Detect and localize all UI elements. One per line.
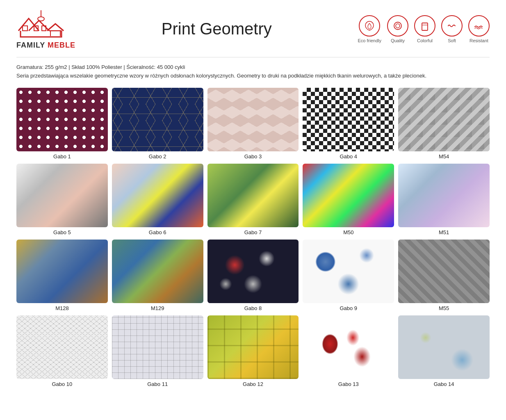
fabric-item-gabo7[interactable]: Gabo 7	[207, 164, 299, 235]
fabric-item-gabo8[interactable]: Gabo 8	[207, 240, 299, 311]
badge-resistant: Resistant	[468, 15, 490, 43]
fabric-label-gabo1: Gabo 1	[53, 153, 71, 160]
badge-label-colorful: Colorful	[417, 38, 433, 43]
header-divider	[16, 57, 490, 57]
fabric-swatch-gabo2	[112, 88, 203, 151]
fabric-label-gabo8: Gabo 8	[244, 305, 262, 311]
description-line1: Gramatura: 255 g/m2 | Skład 100% Poliest…	[16, 63, 490, 72]
fabric-swatch-gabo11	[112, 315, 203, 379]
fabric-swatch-gabo8	[207, 240, 299, 303]
fabric-swatch-m55	[398, 240, 490, 303]
badge-soft: Soft	[441, 15, 463, 43]
fabric-label-gabo6: Gabo 6	[149, 229, 166, 235]
fabric-swatch-gabo1	[16, 88, 108, 151]
badge-icon-quality	[387, 15, 408, 37]
svg-rect-0	[23, 26, 27, 31]
fabric-label-gabo12: Gabo 12	[243, 381, 263, 387]
fabric-swatch-gabo13	[303, 315, 394, 379]
fabric-item-gabo14[interactable]: Gabo 14	[398, 315, 490, 387]
fabric-swatch-m50	[303, 164, 394, 227]
fabric-grid: Gabo 1 Gabo 2 Gabo 3 Gabo 4 M54 Gabo 5 G…	[16, 88, 490, 387]
fabric-label-m54: M54	[439, 153, 449, 160]
logo-family: FAMILY	[16, 41, 45, 49]
fabric-item-m128[interactable]: M128	[16, 240, 108, 311]
badges-area: Eco friendly Quality Colorful Soft Resis…	[358, 15, 490, 43]
fabric-item-gabo11[interactable]: Gabo 11	[112, 315, 203, 387]
fabric-swatch-gabo14	[398, 315, 490, 379]
fabric-label-m50: M50	[343, 229, 353, 235]
fabric-swatch-gabo7	[207, 164, 299, 227]
fabric-label-gabo3: Gabo 3	[244, 153, 262, 160]
svg-point-7	[38, 17, 44, 21]
fabric-item-gabo1[interactable]: Gabo 1	[16, 88, 108, 160]
fabric-item-gabo13[interactable]: Gabo 13	[303, 315, 394, 387]
badge-label-eco-friendly: Eco friendly	[358, 38, 381, 43]
fabric-label-m128: M128	[55, 305, 69, 311]
svg-rect-10	[422, 23, 428, 30]
badge-icon-resistant	[468, 15, 490, 37]
badge-eco-friendly: Eco friendly	[358, 15, 381, 43]
page-title: Print Geometry	[75, 20, 358, 38]
fabric-swatch-m129	[112, 240, 203, 303]
fabric-label-m129: M129	[151, 305, 164, 311]
fabric-label-gabo2: Gabo 2	[149, 153, 166, 160]
fabric-swatch-gabo9	[303, 240, 394, 303]
fabric-item-gabo3[interactable]: Gabo 3	[207, 88, 299, 160]
badge-label-soft: Soft	[448, 38, 456, 43]
fabric-label-gabo7: Gabo 7	[244, 229, 262, 235]
badge-icon-colorful	[414, 15, 435, 37]
fabric-swatch-gabo6	[112, 164, 203, 227]
fabric-label-m55: M55	[439, 305, 449, 311]
fabric-swatch-m51	[398, 164, 490, 227]
fabric-label-m51: M51	[439, 229, 449, 235]
fabric-swatch-gabo3	[207, 88, 299, 151]
fabric-label-gabo4: Gabo 4	[340, 153, 357, 160]
fabric-swatch-gabo12	[207, 315, 299, 379]
fabric-item-gabo5[interactable]: Gabo 5	[16, 164, 108, 235]
fabric-item-gabo10[interactable]: Gabo 10	[16, 315, 108, 387]
page-header: FAMILY MEBLE Print Geometry Eco friendly…	[16, 8, 490, 50]
svg-point-9	[396, 24, 400, 28]
logo-area: FAMILY MEBLE	[16, 8, 75, 50]
badge-colorful: Colorful	[414, 15, 435, 43]
logo-text: FAMILY MEBLE	[16, 41, 75, 50]
fabric-swatch-gabo4	[303, 88, 394, 151]
fabric-item-m129[interactable]: M129	[112, 240, 203, 311]
fabric-item-gabo4[interactable]: Gabo 4	[303, 88, 394, 160]
fabric-item-gabo12[interactable]: Gabo 12	[207, 315, 299, 387]
fabric-label-gabo11: Gabo 11	[147, 381, 168, 387]
description-line2: Seria przedstawiająca wszelakie geometry…	[16, 72, 490, 80]
fabric-label-gabo14: Gabo 14	[434, 381, 454, 387]
badge-label-quality: Quality	[391, 38, 405, 43]
fabric-label-gabo10: Gabo 10	[52, 381, 72, 387]
description-area: Gramatura: 255 g/m2 | Skład 100% Poliest…	[16, 63, 490, 80]
fabric-swatch-gabo5	[16, 164, 108, 227]
fabric-label-gabo13: Gabo 13	[338, 381, 359, 387]
badge-icon-eco-friendly	[359, 15, 380, 37]
logo-meble: MEBLE	[45, 41, 75, 49]
fabric-label-gabo5: Gabo 5	[53, 229, 71, 235]
fabric-swatch-gabo10	[16, 315, 108, 379]
fabric-item-m54[interactable]: M54	[398, 88, 490, 160]
fabric-swatch-m54	[398, 88, 490, 151]
logo-icon	[16, 8, 66, 43]
badge-icon-soft	[441, 15, 463, 37]
fabric-item-m50[interactable]: M50	[303, 164, 394, 235]
fabric-item-gabo6[interactable]: Gabo 6	[112, 164, 203, 235]
svg-point-8	[394, 22, 401, 30]
fabric-item-m55[interactable]: M55	[398, 240, 490, 311]
badge-label-resistant: Resistant	[470, 38, 488, 43]
fabric-item-m51[interactable]: M51	[398, 164, 490, 235]
fabric-item-gabo2[interactable]: Gabo 2	[112, 88, 203, 160]
fabric-item-gabo9[interactable]: Gabo 9	[303, 240, 394, 311]
fabric-swatch-m128	[16, 240, 108, 303]
badge-quality: Quality	[387, 15, 408, 43]
fabric-label-gabo9: Gabo 9	[340, 305, 357, 311]
